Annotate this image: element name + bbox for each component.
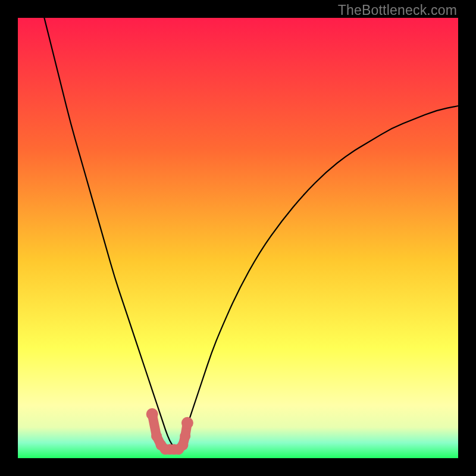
highlight-dot	[181, 417, 193, 429]
highlight-dot	[146, 408, 158, 420]
bottleneck-chart	[18, 18, 458, 458]
gradient-background	[18, 18, 458, 458]
chart-frame	[18, 18, 458, 458]
watermark-text: TheBottleneck.com	[338, 2, 457, 18]
highlight-dot	[180, 431, 190, 441]
